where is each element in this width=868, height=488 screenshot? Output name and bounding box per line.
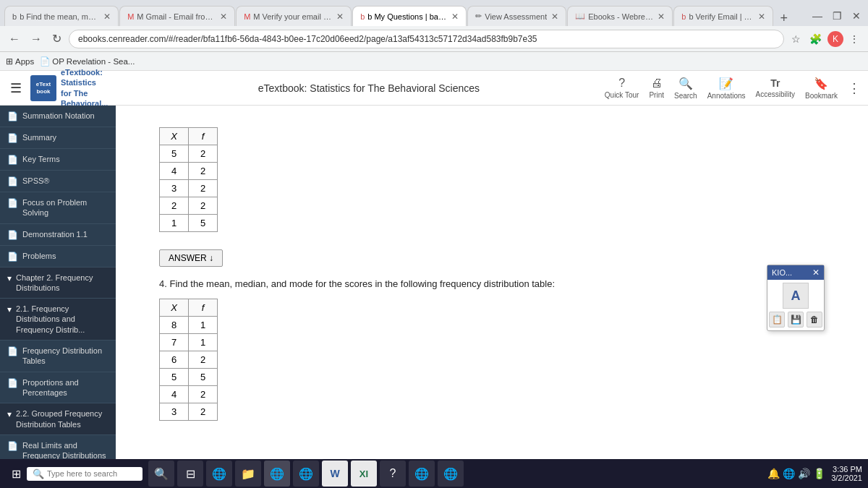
address-bar[interactable] <box>69 30 784 48</box>
header-title: eTextbook: Statistics for The Behavioral… <box>133 82 605 94</box>
op-revelation-bookmark[interactable]: 📄 OP Revelation - Sea... <box>40 56 135 67</box>
annotations-label: Annotations <box>707 92 746 100</box>
sidebar-item-label-summation: Summation Notation <box>22 111 95 121</box>
kio-save-button[interactable]: 💾 <box>788 312 804 328</box>
bookmark-button[interactable]: 🔖 Bookmark <box>805 77 838 100</box>
kio-close-button[interactable]: ✕ <box>812 267 820 278</box>
menu-button[interactable]: ⋮ <box>846 31 862 47</box>
reload-button[interactable]: ↻ <box>49 30 64 47</box>
forward-button[interactable]: → <box>27 31 45 47</box>
restore-button[interactable]: ❐ <box>830 9 845 23</box>
sidebar-item-real-limits[interactable]: 📄 Real Limits and Frequency Distribution… <box>0 435 116 462</box>
tab-4-label: b My Questions | bartleby <box>367 12 447 21</box>
tab-2-close[interactable]: ✕ <box>220 12 227 22</box>
taskbar-app-mail[interactable]: 🌐 <box>293 461 319 487</box>
taskbar-search-bar[interactable]: 🔍 <box>27 467 142 481</box>
accessibility-button[interactable]: Tr Accessibility <box>756 77 795 98</box>
tab-7-close[interactable]: ✕ <box>758 12 765 22</box>
sidebar-item-summation-notation[interactable]: 📄 Summation Notation <box>0 106 116 127</box>
main-area: 📄 Summation Notation 📄 Summary 📄 Key Ter… <box>0 106 868 462</box>
sidebar-item-summary[interactable]: 📄 Summary <box>0 127 116 149</box>
close-browser-button[interactable]: ✕ <box>849 9 864 23</box>
sidebar-item-freq-tables[interactable]: 📄 Frequency Distribution Tables <box>0 341 116 372</box>
more-menu-button[interactable]: ⋮ <box>848 80 861 96</box>
sidebar-doc-icon-9: 📄 <box>7 378 18 388</box>
kio-popup-body: A 📋 💾 🗑 <box>767 280 824 330</box>
taskbar-search-input[interactable] <box>47 469 127 478</box>
taskbar-app-cortana[interactable]: 🔍 <box>148 461 174 487</box>
taskbar-app-task-view[interactable]: ⊟ <box>177 461 203 487</box>
lower-table-row-5: 32 <box>160 403 218 420</box>
profile-button[interactable]: K <box>827 31 843 47</box>
kio-a-icon: A <box>783 283 809 309</box>
lower-table-header-x: X <box>160 299 189 316</box>
taskbar-app-word[interactable]: W <box>322 461 348 487</box>
search-button[interactable]: 🔍 Search <box>674 77 697 100</box>
taskbar-app-help[interactable]: ? <box>380 461 406 487</box>
app-container: ☰ eTextbook eTextbook: Statistics for Th… <box>0 71 868 488</box>
sidebar-doc-icon-10: 📄 <box>7 441 18 451</box>
lower-table-cell-5-0: 3 <box>160 403 189 420</box>
tab-3-label: M Verify your email address - kade... <box>253 12 332 21</box>
apps-bookmark[interactable]: ⊞ Apps <box>6 56 34 67</box>
tab-5-close[interactable]: ✕ <box>551 12 558 22</box>
print-button[interactable]: 🖨 Print <box>649 77 664 99</box>
answer-button[interactable]: ANSWER ↓ <box>159 249 223 267</box>
tab-6-close[interactable]: ✕ <box>658 12 665 22</box>
book-logo-image: eTextbook <box>30 75 56 101</box>
book-logo-text: eTextbook: Statistics for The Behavioral… <box>61 67 119 108</box>
taskbar-app-browser2[interactable]: 🌐 <box>409 461 435 487</box>
new-tab-button[interactable]: + <box>777 11 791 26</box>
kio-delete-button[interactable]: 🗑 <box>807 312 822 328</box>
taskbar-notification-icon[interactable]: 🔔 <box>767 468 780 479</box>
sidebar-item-ch2[interactable]: ▾ Chapter 2. Frequency Distributions <box>0 267 116 299</box>
tab-4-close[interactable]: ✕ <box>451 12 459 22</box>
upper-table-cell-0-1: 2 <box>189 145 218 163</box>
sidebar-doc-icon-6: 📄 <box>7 230 18 240</box>
tab-3[interactable]: M M Verify your email address - kade... … <box>236 6 352 26</box>
bookmark-label: Bookmark <box>805 92 838 100</box>
tab-1-close[interactable]: ✕ <box>103 12 111 22</box>
sidebar-item-label-key-terms: Key Terms <box>22 154 60 164</box>
taskbar-app-excel[interactable]: XI <box>351 461 377 487</box>
extensions-button[interactable]: 🧩 <box>807 31 825 47</box>
back-button[interactable]: ← <box>6 31 23 47</box>
taskbar-app-chrome[interactable]: 🌐 <box>264 461 290 487</box>
taskbar-app-explorer[interactable]: 📁 <box>235 461 261 487</box>
tab-7[interactable]: b b Verify Email | bartleby ✕ <box>673 6 773 26</box>
taskbar-battery-icon[interactable]: 🔋 <box>813 468 825 479</box>
hamburger-button[interactable]: ☰ <box>7 77 25 99</box>
star-button[interactable]: ☆ <box>788 31 804 47</box>
kio-copy-button[interactable]: 📋 <box>769 312 785 328</box>
taskbar-app-browser3[interactable]: 🌐 <box>438 461 464 487</box>
quick-tour-button[interactable]: ? Quick Tour <box>605 77 639 99</box>
sidebar-item-demo-11[interactable]: 📄 Demonstration 1.1 <box>0 224 116 246</box>
sidebar-item-problems[interactable]: 📄 Problems <box>0 246 116 267</box>
sidebar-item-spss[interactable]: 📄 SPSS® <box>0 171 116 192</box>
tab-3-close[interactable]: ✕ <box>336 12 344 22</box>
upper-table-cell-2-1: 2 <box>189 180 218 197</box>
taskbar-app-edge[interactable]: 🌐 <box>206 461 232 487</box>
tab-2[interactable]: M M Gmail - Email from Google ✕ <box>119 6 235 26</box>
sidebar-item-key-terms[interactable]: 📄 Key Terms <box>0 149 116 171</box>
tab-1[interactable]: b b Find the mean, median, and mo... ✕ <box>4 6 119 26</box>
tab-5[interactable]: ✏ View Assessment ✕ <box>467 6 566 26</box>
app-header: ☰ eTextbook eTextbook: Statistics for Th… <box>0 71 868 106</box>
print-label: Print <box>649 91 664 99</box>
lower-freq-table: X f 817162554232 <box>159 299 218 421</box>
tab-6[interactable]: 📖 Ebooks - Webreader.io ✕ <box>567 6 673 26</box>
tab-4[interactable]: b b My Questions | bartleby ✕ <box>352 6 467 26</box>
minimize-button[interactable]: — <box>809 9 825 23</box>
taskbar-network-icon[interactable]: 🌐 <box>783 468 795 479</box>
sidebar-doc-icon-8: 📄 <box>7 346 18 356</box>
annotations-button[interactable]: 📝 Annotations <box>707 77 746 100</box>
sidebar-item-21-freq[interactable]: ▾ 2.1. Frequency Distributions and Frequ… <box>0 299 116 341</box>
tab-bar: b b Find the mean, median, and mo... ✕ M… <box>0 0 868 26</box>
content-area: X f 5242322215 ANSWER ↓ 4. Find the mean… <box>116 106 868 462</box>
start-button[interactable]: ⊞ <box>6 464 27 484</box>
sidebar-item-22-grouped[interactable]: ▾ 2.2. Grouped Frequency Distribution Ta… <box>0 403 116 435</box>
sidebar-item-proportions[interactable]: 📄 Proportions and Percentages <box>0 372 116 404</box>
sidebar-item-focus-problem[interactable]: 📄 Focus on Problem Solving <box>0 192 116 224</box>
kio-popup: KIO... ✕ A 📋 💾 🗑 <box>767 265 825 331</box>
taskbar-volume-icon[interactable]: 🔊 <box>798 468 810 479</box>
